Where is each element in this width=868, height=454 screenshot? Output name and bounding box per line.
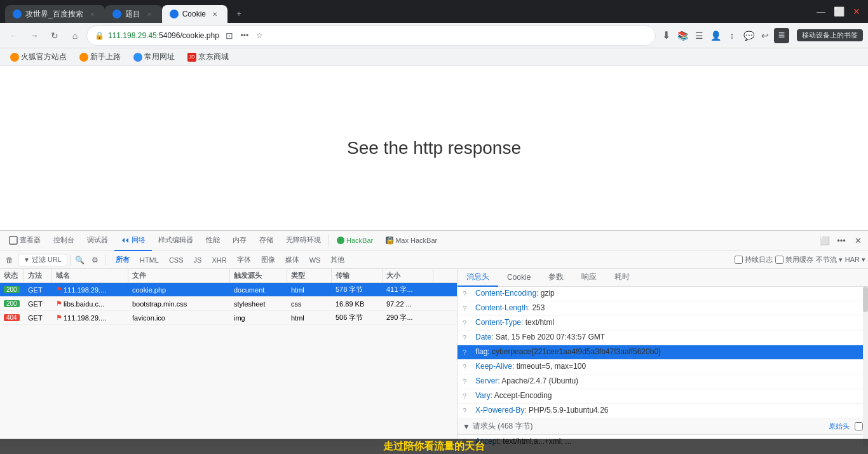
filter-font[interactable]: 字体 xyxy=(232,254,256,266)
reload-button[interactable]: ↻ xyxy=(46,27,64,45)
scrollbar-thumb[interactable] xyxy=(863,287,868,312)
sidebar-icon[interactable]: ☰ xyxy=(691,28,707,43)
detail-tab-params[interactable]: 参数 xyxy=(539,269,573,287)
devtools-tab-accessibility[interactable]: 无障碍环境 xyxy=(280,231,327,251)
raw-toggle[interactable] xyxy=(855,422,863,430)
filter-other[interactable]: 其他 xyxy=(325,254,349,266)
tab-3-close[interactable]: ✕ xyxy=(210,9,220,19)
bookmark-newbie-label: 新手上路 xyxy=(90,52,121,62)
header-text-keepalive: Keep-Alive: timeout=5, max=100 xyxy=(475,362,863,371)
devtools-more-button[interactable]: ••• xyxy=(834,233,849,249)
detail-tab-headers[interactable]: 消息头 xyxy=(458,269,498,287)
bookmark-jd[interactable]: JD 京东商城 xyxy=(182,50,234,64)
bookmark-star-icon[interactable]: ☆ xyxy=(254,29,266,42)
header-name-server: Server xyxy=(475,376,498,385)
row2-type: css xyxy=(287,297,332,310)
header-name-ka: Keep-Alive xyxy=(475,362,512,371)
filter-image[interactable]: 图像 xyxy=(256,254,280,266)
more-icon[interactable]: ••• xyxy=(238,29,251,42)
menu-icon[interactable]: ≡ xyxy=(774,28,789,43)
devtools-close-button[interactable]: ✕ xyxy=(850,233,865,249)
new-tab-button[interactable]: + xyxy=(230,5,248,23)
devtools-tab-hackbar[interactable]: HackBar xyxy=(330,231,379,251)
devtools-tab-maxhackbar[interactable]: 🔒 Max HackBar xyxy=(379,231,444,251)
network-row-2[interactable]: 200 GET ⚑ libs.baidu.c... bootstrap.min.… xyxy=(0,297,457,311)
header-text-vary: Vary: Accept-Encoding xyxy=(475,391,863,400)
header-value-date: Sat, 15 Feb 2020 07:43:57 GMT xyxy=(496,333,605,341)
help-icon-1: ? xyxy=(463,289,473,299)
request-headers-section[interactable]: ▼ 请求头 (468 字节) 原始头 xyxy=(458,418,868,435)
row1-domain-icon: ⚑ xyxy=(56,285,62,294)
persist-log-checkbox[interactable] xyxy=(735,256,743,264)
close-button[interactable]: ✕ xyxy=(850,5,863,18)
chat-icon[interactable]: 💬 xyxy=(741,28,756,43)
reader-mode-icon[interactable]: ⊡ xyxy=(223,29,236,42)
network-row-3[interactable]: 404 GET ⚑ 111.198.29.... favicon.ico img… xyxy=(0,311,457,325)
filter-xhr[interactable]: XHR xyxy=(207,254,231,266)
devtools-tab-inspector[interactable]: 查看器 xyxy=(3,231,47,251)
back-button[interactable]: ← xyxy=(5,27,23,45)
bookmark-newbie[interactable]: 新手上路 xyxy=(74,50,126,64)
devtools-tab-network[interactable]: 网络 xyxy=(114,231,152,251)
detail-tab-cookie[interactable]: Cookie xyxy=(498,269,539,287)
filter-all[interactable]: 所有 xyxy=(111,254,135,266)
row2-method: GET xyxy=(24,297,52,310)
window-controls: — ⬜ ✕ xyxy=(815,5,863,18)
tab-2[interactable]: 题目 ✕ xyxy=(105,5,162,23)
detail-tab-timing[interactable]: 耗时 xyxy=(606,269,639,287)
col-header-method: 方法 xyxy=(24,269,52,282)
devtools-tab-storage[interactable]: 存储 xyxy=(253,231,280,251)
filter-css[interactable]: CSS xyxy=(164,254,189,266)
tab-2-close[interactable]: ✕ xyxy=(144,9,154,19)
raw-toggle-checkbox[interactable] xyxy=(855,422,863,430)
bookmark-common[interactable]: 🌐 常用网址 xyxy=(128,50,180,64)
filter-html[interactable]: HTML xyxy=(135,254,164,266)
profile-icon[interactable]: 👤 xyxy=(708,28,723,43)
svg-rect-0 xyxy=(10,237,17,244)
devtools-tab-performance[interactable]: 性能 xyxy=(200,231,226,251)
address-bar[interactable]: 🔒 111.198.29.45:54096/cookie.php ⊡ ••• ☆ xyxy=(86,25,656,46)
title-bar: 攻世界_百度搜索 ✕ 题目 ✕ Cookie ✕ + — ⬜ ✕ xyxy=(0,0,868,23)
filter-url-input[interactable]: ▼ 过滤 URL xyxy=(18,254,67,266)
network-more-button[interactable]: ⚙ xyxy=(88,253,102,267)
tab-1[interactable]: 攻世界_百度搜索 ✕ xyxy=(5,5,105,23)
network-row-1[interactable]: 200 GET ⚑ 111.198.29.... cookie.php docu… xyxy=(0,283,457,297)
tab-3[interactable]: Cookie ✕ xyxy=(162,5,227,23)
row1-domain-text: 111.198.29.... xyxy=(64,286,106,294)
detail-tab-response[interactable]: 响应 xyxy=(573,269,606,287)
row2-domain: ⚑ libs.baidu.c... xyxy=(52,297,128,310)
raw-headers-button[interactable]: 原始头 xyxy=(829,422,850,431)
library-icon[interactable]: 📚 xyxy=(675,28,690,43)
devtools-tab-memory[interactable]: 内存 xyxy=(226,231,253,251)
filter-js[interactable]: JS xyxy=(189,254,207,266)
header-item-flag[interactable]: ? flag: cyberpeace{221cee1aa4f9d5a3fb47f… xyxy=(458,345,868,360)
download-icon[interactable]: ⬇ xyxy=(658,28,674,43)
help-icon-8: ? xyxy=(463,406,473,416)
header-item-content-length: ? Content-Length: 253 xyxy=(458,301,868,316)
history-back-icon[interactable]: ↩ xyxy=(757,28,773,43)
tab-1-close[interactable]: ✕ xyxy=(87,9,97,19)
throttle-select[interactable]: 不节流 ▾ xyxy=(816,255,843,265)
devtools-tab-console[interactable]: 控制台 xyxy=(47,231,81,251)
bookmark-firefox[interactable]: 火狐官方站点 xyxy=(5,50,72,64)
filter-ws[interactable]: WS xyxy=(304,254,326,266)
home-button[interactable]: ⌂ xyxy=(66,27,84,45)
har-button[interactable]: HAR ▾ xyxy=(845,256,865,264)
filter-media[interactable]: 媒体 xyxy=(280,254,304,266)
clear-network-button[interactable]: 🗑 xyxy=(3,253,17,267)
devtools-tab-style[interactable]: 样式编辑器 xyxy=(152,231,200,251)
devtools-tab-debugger[interactable]: 调试器 xyxy=(81,231,114,251)
sync-icon[interactable]: ↕ xyxy=(724,28,740,43)
scrollbar-track[interactable] xyxy=(863,287,868,446)
maximize-button[interactable]: ⬜ xyxy=(832,5,845,18)
forward-button[interactable]: → xyxy=(25,27,43,45)
row2-domain-text: libs.baidu.c... xyxy=(64,300,104,308)
disable-cache-checkbox[interactable] xyxy=(775,256,783,264)
row3-domain-icon: ⚑ xyxy=(56,313,62,322)
search-network-button[interactable]: 🔍 xyxy=(73,253,87,267)
help-icon-5: ? xyxy=(463,362,473,372)
header-value-flag: cyberpeace{221cee1aa4f9d5a3fb47f3aaff562… xyxy=(492,347,661,356)
minimize-button[interactable]: — xyxy=(815,5,827,18)
devtools-dock-button[interactable]: ⬜ xyxy=(817,233,832,249)
row2-status: 200 xyxy=(0,297,24,310)
